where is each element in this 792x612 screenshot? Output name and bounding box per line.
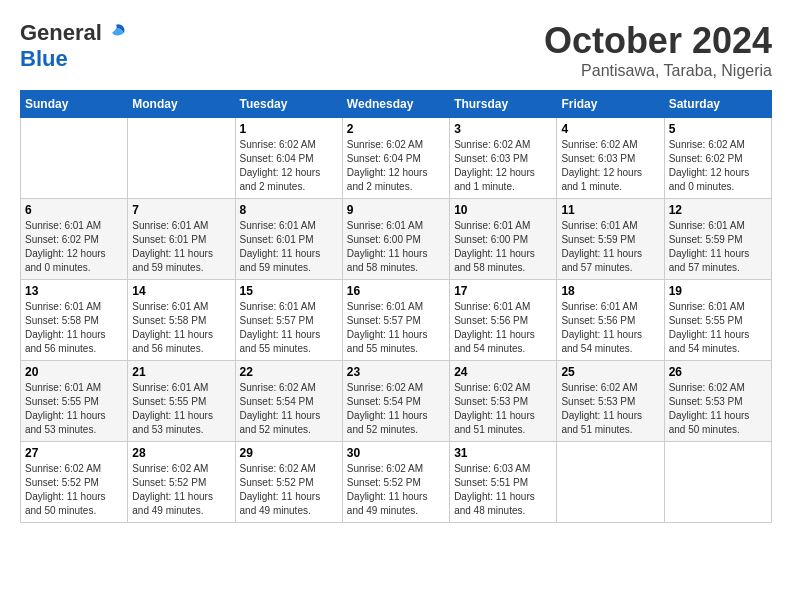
calendar-week-4: 20Sunrise: 6:01 AM Sunset: 5:55 PM Dayli…: [21, 361, 772, 442]
day-info: Sunrise: 6:02 AM Sunset: 5:54 PM Dayligh…: [347, 381, 445, 437]
calendar-week-1: 1Sunrise: 6:02 AM Sunset: 6:04 PM Daylig…: [21, 118, 772, 199]
day-info: Sunrise: 6:01 AM Sunset: 5:58 PM Dayligh…: [25, 300, 123, 356]
title-section: October 2024 Pantisawa, Taraba, Nigeria: [544, 20, 772, 80]
day-info: Sunrise: 6:01 AM Sunset: 6:01 PM Dayligh…: [132, 219, 230, 275]
page-header: General Blue October 2024 Pantisawa, Tar…: [20, 20, 772, 80]
calendar-cell: 6Sunrise: 6:01 AM Sunset: 6:02 PM Daylig…: [21, 199, 128, 280]
day-info: Sunrise: 6:02 AM Sunset: 6:03 PM Dayligh…: [454, 138, 552, 194]
calendar-cell: [557, 442, 664, 523]
calendar-cell: 18Sunrise: 6:01 AM Sunset: 5:56 PM Dayli…: [557, 280, 664, 361]
day-info: Sunrise: 6:01 AM Sunset: 6:00 PM Dayligh…: [347, 219, 445, 275]
calendar-cell: 25Sunrise: 6:02 AM Sunset: 5:53 PM Dayli…: [557, 361, 664, 442]
header-day-wednesday: Wednesday: [342, 91, 449, 118]
day-info: Sunrise: 6:02 AM Sunset: 5:52 PM Dayligh…: [240, 462, 338, 518]
day-number: 16: [347, 284, 445, 298]
day-info: Sunrise: 6:01 AM Sunset: 5:59 PM Dayligh…: [561, 219, 659, 275]
day-info: Sunrise: 6:01 AM Sunset: 6:00 PM Dayligh…: [454, 219, 552, 275]
day-number: 22: [240, 365, 338, 379]
day-info: Sunrise: 6:01 AM Sunset: 5:55 PM Dayligh…: [132, 381, 230, 437]
day-info: Sunrise: 6:02 AM Sunset: 5:52 PM Dayligh…: [132, 462, 230, 518]
calendar-cell: 24Sunrise: 6:02 AM Sunset: 5:53 PM Dayli…: [450, 361, 557, 442]
day-number: 29: [240, 446, 338, 460]
day-number: 25: [561, 365, 659, 379]
calendar-cell: 15Sunrise: 6:01 AM Sunset: 5:57 PM Dayli…: [235, 280, 342, 361]
day-number: 12: [669, 203, 767, 217]
day-number: 26: [669, 365, 767, 379]
day-number: 4: [561, 122, 659, 136]
calendar-week-2: 6Sunrise: 6:01 AM Sunset: 6:02 PM Daylig…: [21, 199, 772, 280]
calendar-cell: 19Sunrise: 6:01 AM Sunset: 5:55 PM Dayli…: [664, 280, 771, 361]
calendar-cell: 27Sunrise: 6:02 AM Sunset: 5:52 PM Dayli…: [21, 442, 128, 523]
calendar-cell: 5Sunrise: 6:02 AM Sunset: 6:02 PM Daylig…: [664, 118, 771, 199]
day-number: 7: [132, 203, 230, 217]
day-number: 3: [454, 122, 552, 136]
calendar-cell: 16Sunrise: 6:01 AM Sunset: 5:57 PM Dayli…: [342, 280, 449, 361]
day-number: 1: [240, 122, 338, 136]
calendar-cell: 21Sunrise: 6:01 AM Sunset: 5:55 PM Dayli…: [128, 361, 235, 442]
day-info: Sunrise: 6:02 AM Sunset: 5:52 PM Dayligh…: [25, 462, 123, 518]
calendar-cell: 12Sunrise: 6:01 AM Sunset: 5:59 PM Dayli…: [664, 199, 771, 280]
logo-blue-text: Blue: [20, 46, 68, 72]
day-number: 30: [347, 446, 445, 460]
day-info: Sunrise: 6:01 AM Sunset: 5:59 PM Dayligh…: [669, 219, 767, 275]
header-day-sunday: Sunday: [21, 91, 128, 118]
day-info: Sunrise: 6:01 AM Sunset: 6:02 PM Dayligh…: [25, 219, 123, 275]
logo-general-text: General: [20, 20, 102, 46]
calendar-cell: 13Sunrise: 6:01 AM Sunset: 5:58 PM Dayli…: [21, 280, 128, 361]
location-subtitle: Pantisawa, Taraba, Nigeria: [544, 62, 772, 80]
header-day-tuesday: Tuesday: [235, 91, 342, 118]
day-info: Sunrise: 6:01 AM Sunset: 6:01 PM Dayligh…: [240, 219, 338, 275]
calendar-cell: 8Sunrise: 6:01 AM Sunset: 6:01 PM Daylig…: [235, 199, 342, 280]
calendar-cell: 3Sunrise: 6:02 AM Sunset: 6:03 PM Daylig…: [450, 118, 557, 199]
day-number: 27: [25, 446, 123, 460]
day-info: Sunrise: 6:01 AM Sunset: 5:56 PM Dayligh…: [561, 300, 659, 356]
day-number: 6: [25, 203, 123, 217]
calendar-cell: 20Sunrise: 6:01 AM Sunset: 5:55 PM Dayli…: [21, 361, 128, 442]
day-info: Sunrise: 6:02 AM Sunset: 6:03 PM Dayligh…: [561, 138, 659, 194]
day-number: 21: [132, 365, 230, 379]
calendar-cell: 11Sunrise: 6:01 AM Sunset: 5:59 PM Dayli…: [557, 199, 664, 280]
calendar-header: SundayMondayTuesdayWednesdayThursdayFrid…: [21, 91, 772, 118]
day-info: Sunrise: 6:01 AM Sunset: 5:55 PM Dayligh…: [25, 381, 123, 437]
day-info: Sunrise: 6:03 AM Sunset: 5:51 PM Dayligh…: [454, 462, 552, 518]
day-info: Sunrise: 6:02 AM Sunset: 6:04 PM Dayligh…: [347, 138, 445, 194]
header-row: SundayMondayTuesdayWednesdayThursdayFrid…: [21, 91, 772, 118]
day-number: 17: [454, 284, 552, 298]
logo-bird-icon: [104, 21, 128, 45]
calendar-week-3: 13Sunrise: 6:01 AM Sunset: 5:58 PM Dayli…: [21, 280, 772, 361]
calendar-cell: [664, 442, 771, 523]
calendar-cell: 26Sunrise: 6:02 AM Sunset: 5:53 PM Dayli…: [664, 361, 771, 442]
calendar-cell: [21, 118, 128, 199]
day-info: Sunrise: 6:01 AM Sunset: 5:58 PM Dayligh…: [132, 300, 230, 356]
calendar-cell: 2Sunrise: 6:02 AM Sunset: 6:04 PM Daylig…: [342, 118, 449, 199]
day-info: Sunrise: 6:01 AM Sunset: 5:57 PM Dayligh…: [240, 300, 338, 356]
day-info: Sunrise: 6:02 AM Sunset: 6:02 PM Dayligh…: [669, 138, 767, 194]
calendar-week-5: 27Sunrise: 6:02 AM Sunset: 5:52 PM Dayli…: [21, 442, 772, 523]
day-info: Sunrise: 6:02 AM Sunset: 5:52 PM Dayligh…: [347, 462, 445, 518]
day-info: Sunrise: 6:01 AM Sunset: 5:56 PM Dayligh…: [454, 300, 552, 356]
calendar-cell: 22Sunrise: 6:02 AM Sunset: 5:54 PM Dayli…: [235, 361, 342, 442]
day-number: 24: [454, 365, 552, 379]
header-day-friday: Friday: [557, 91, 664, 118]
calendar-cell: 14Sunrise: 6:01 AM Sunset: 5:58 PM Dayli…: [128, 280, 235, 361]
calendar-cell: 17Sunrise: 6:01 AM Sunset: 5:56 PM Dayli…: [450, 280, 557, 361]
header-day-monday: Monday: [128, 91, 235, 118]
day-info: Sunrise: 6:01 AM Sunset: 5:55 PM Dayligh…: [669, 300, 767, 356]
calendar-body: 1Sunrise: 6:02 AM Sunset: 6:04 PM Daylig…: [21, 118, 772, 523]
day-info: Sunrise: 6:02 AM Sunset: 5:53 PM Dayligh…: [454, 381, 552, 437]
calendar-cell: 31Sunrise: 6:03 AM Sunset: 5:51 PM Dayli…: [450, 442, 557, 523]
day-number: 9: [347, 203, 445, 217]
calendar-cell: 10Sunrise: 6:01 AM Sunset: 6:00 PM Dayli…: [450, 199, 557, 280]
day-info: Sunrise: 6:02 AM Sunset: 5:53 PM Dayligh…: [669, 381, 767, 437]
calendar-cell: 23Sunrise: 6:02 AM Sunset: 5:54 PM Dayli…: [342, 361, 449, 442]
day-number: 23: [347, 365, 445, 379]
calendar-cell: 7Sunrise: 6:01 AM Sunset: 6:01 PM Daylig…: [128, 199, 235, 280]
header-day-saturday: Saturday: [664, 91, 771, 118]
calendar-table: SundayMondayTuesdayWednesdayThursdayFrid…: [20, 90, 772, 523]
day-info: Sunrise: 6:02 AM Sunset: 6:04 PM Dayligh…: [240, 138, 338, 194]
day-number: 20: [25, 365, 123, 379]
calendar-cell: 4Sunrise: 6:02 AM Sunset: 6:03 PM Daylig…: [557, 118, 664, 199]
day-number: 19: [669, 284, 767, 298]
day-info: Sunrise: 6:02 AM Sunset: 5:54 PM Dayligh…: [240, 381, 338, 437]
day-number: 2: [347, 122, 445, 136]
